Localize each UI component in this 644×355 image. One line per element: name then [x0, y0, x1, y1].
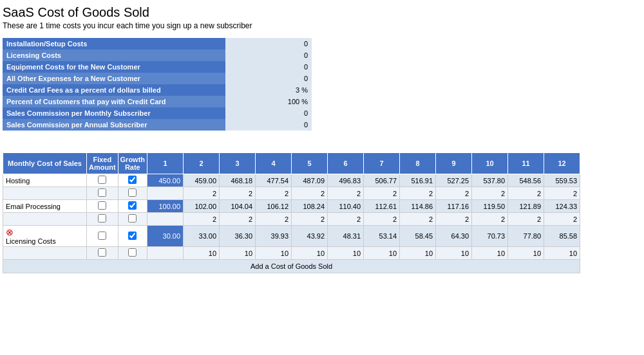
fixed-amount-val-5[interactable] [147, 247, 184, 260]
one-time-value-1[interactable]: 0 [225, 50, 312, 61]
growth-cb-input-3[interactable] [128, 214, 137, 223]
one-time-costs-table: Installation/Setup Costs0Licensing Costs… [3, 38, 312, 131]
growth-cb-input-1[interactable] [128, 188, 137, 197]
header-growth-rate: Growth Rate [118, 153, 147, 174]
page-title: SaaS Cost of Goods Sold [0, 0, 644, 21]
month-val-r3-c1: 2 [220, 213, 256, 226]
growth-checkbox-5[interactable] [118, 247, 147, 260]
month-val-r1-c4: 2 [328, 187, 364, 200]
one-time-value-7[interactable]: 0 [225, 119, 312, 131]
header-month-3: 3 [220, 153, 256, 174]
month-val-r4-c1: 36.30 [220, 226, 256, 247]
month-val-r0-c6: 516.91 [400, 174, 436, 187]
one-time-value-6[interactable]: 0 [225, 107, 312, 119]
header-month-5: 5 [292, 153, 328, 174]
month-val-r0-c8: 537.80 [472, 174, 508, 187]
month-val-r5-c1: 10 [220, 247, 256, 260]
month-val-r0-c10: 559.53 [544, 174, 580, 187]
month-val-r2-c6: 114.86 [400, 200, 436, 213]
month-val-r2-c2: 106.12 [256, 200, 292, 213]
fixed-amount-val-1[interactable] [147, 187, 184, 200]
one-time-label-2: Equipment Costs for the New Customer [3, 61, 225, 73]
month-val-r5-c7: 10 [436, 247, 472, 260]
month-val-r4-c9: 77.80 [508, 226, 544, 247]
month-val-r2-c10: 124.33 [544, 200, 580, 213]
month-val-r1-c2: 2 [256, 187, 292, 200]
growth-checkbox-4[interactable] [118, 226, 147, 247]
month-val-r5-c8: 10 [472, 247, 508, 260]
fixed-cb-input-1[interactable] [98, 188, 106, 197]
one-time-value-0[interactable]: 0 [225, 38, 312, 50]
month-val-r0-c4: 496.83 [328, 174, 364, 187]
month-val-r2-c1: 104.04 [220, 200, 256, 213]
fixed-checkbox-0[interactable] [87, 174, 118, 187]
month-val-r3-c10: 2 [544, 213, 580, 226]
growth-cb-input-0[interactable] [128, 176, 137, 184]
month-val-r4-c8: 70.73 [472, 226, 508, 247]
growth-checkbox-2[interactable] [118, 200, 147, 213]
one-time-value-4[interactable]: 3 % [225, 84, 312, 96]
header-monthly-cost: Monthly Cost of Sales [3, 153, 87, 174]
month-val-r2-c8: 119.50 [472, 200, 508, 213]
fixed-checkbox-5[interactable] [87, 247, 118, 260]
fixed-checkbox-4[interactable] [87, 226, 118, 247]
month-val-r5-c6: 10 [400, 247, 436, 260]
month-val-r5-c10: 10 [544, 247, 580, 260]
month-val-r3-c9: 2 [508, 213, 544, 226]
month-val-r3-c6: 2 [400, 213, 436, 226]
month-val-r4-c3: 43.92 [292, 226, 328, 247]
month-val-r1-c0: 2 [184, 187, 220, 200]
fixed-amount-val-2[interactable]: 100.00 [147, 200, 184, 213]
growth-cb-input-4[interactable] [128, 232, 137, 240]
growth-checkbox-1[interactable] [118, 187, 147, 200]
month-val-r2-c9: 121.89 [508, 200, 544, 213]
growth-checkbox-3[interactable] [118, 213, 147, 226]
month-val-r4-c10: 85.58 [544, 226, 580, 247]
one-time-value-2[interactable]: 0 [225, 61, 312, 73]
month-val-r3-c5: 2 [364, 213, 400, 226]
growth-checkbox-0[interactable] [118, 174, 147, 187]
row-label-1 [3, 187, 87, 200]
one-time-value-5[interactable]: 100 % [225, 96, 312, 107]
one-time-label-6: Sales Commission per Monthly Subscriber [3, 107, 225, 119]
header-month-7: 7 [364, 153, 400, 174]
fixed-checkbox-3[interactable] [87, 213, 118, 226]
fixed-cb-input-4[interactable] [98, 232, 106, 240]
fixed-amount-val-4[interactable]: 30.00 [147, 226, 184, 247]
month-val-r1-c9: 2 [508, 187, 544, 200]
fixed-amount-val-0[interactable]: 450.00 [147, 174, 184, 187]
fixed-checkbox-2[interactable] [87, 200, 118, 213]
month-val-r4-c4: 48.31 [328, 226, 364, 247]
month-val-r3-c0: 2 [184, 213, 220, 226]
one-time-label-4: Credit Card Fees as a percent of dollars… [3, 84, 225, 96]
month-val-r5-c2: 10 [256, 247, 292, 260]
fixed-cb-input-5[interactable] [98, 248, 106, 257]
row-label-icon-4: ⊗Licensing Costs [3, 226, 87, 247]
month-val-r1-c7: 2 [436, 187, 472, 200]
fixed-cb-input-2[interactable] [98, 201, 106, 210]
row-label-5 [3, 247, 87, 260]
one-time-label-5: Percent of Customers that pay with Credi… [3, 96, 225, 107]
header-month-8: 8 [400, 153, 436, 174]
monthly-cost-table: Monthly Cost of Sales Fixed Amount Growt… [3, 152, 580, 273]
month-val-r0-c3: 487.09 [292, 174, 328, 187]
fixed-cb-input-3[interactable] [98, 214, 106, 223]
header-month-6: 6 [328, 153, 364, 174]
growth-cb-input-2[interactable] [128, 201, 137, 210]
one-time-value-3[interactable]: 0 [225, 73, 312, 84]
month-val-r3-c4: 2 [328, 213, 364, 226]
add-cost-button[interactable]: Add a Cost of Goods Sold [3, 260, 580, 273]
row-label-3 [3, 213, 87, 226]
fixed-amount-val-3[interactable] [147, 213, 184, 226]
header-month-9: 9 [436, 153, 472, 174]
growth-cb-input-5[interactable] [128, 248, 137, 257]
month-val-r4-c5: 53.14 [364, 226, 400, 247]
remove-icon[interactable]: ⊗ [6, 227, 14, 237]
header-month-11: 11 [508, 153, 544, 174]
month-val-r0-c7: 527.25 [436, 174, 472, 187]
month-val-r1-c8: 2 [472, 187, 508, 200]
fixed-cb-input-0[interactable] [98, 176, 106, 184]
header-fixed-amount: Fixed Amount [87, 153, 118, 174]
fixed-checkbox-1[interactable] [87, 187, 118, 200]
month-val-r4-c6: 58.45 [400, 226, 436, 247]
